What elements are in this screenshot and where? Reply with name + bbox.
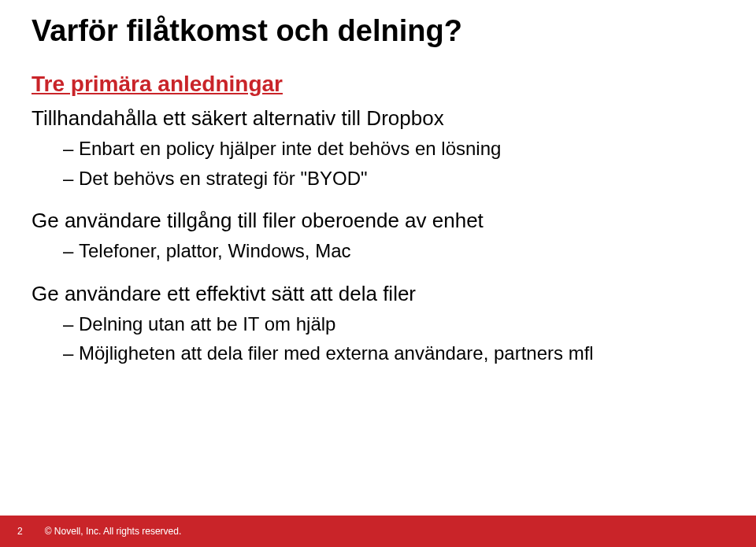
subtitle: Tre primära anledningar <box>32 72 724 97</box>
list-item: Telefoner, plattor, Windows, Mac <box>63 238 724 264</box>
section-2-list: Telefoner, plattor, Windows, Mac <box>32 238 724 264</box>
list-item: Det behövs en strategi för "BYOD" <box>63 165 724 192</box>
section-3-list: Delning utan att be IT om hjälp Möjlighe… <box>32 311 724 367</box>
slide: Varför filåtkomst och delning? Tre primä… <box>0 0 756 547</box>
section-heading-1: Tillhandahålla ett säkert alternativ til… <box>32 106 724 131</box>
list-item: Möjligheten att dela filer med externa a… <box>63 340 724 367</box>
page-title: Varför filåtkomst och delning? <box>32 14 724 48</box>
section-heading-3: Ge användare ett effektivt sätt att dela… <box>32 282 724 306</box>
footer: 2 © Novell, Inc. All rights reserved. <box>0 516 756 547</box>
page-number: 2 <box>17 526 23 537</box>
section-heading-2: Ge användare tillgång till filer oberoen… <box>32 209 724 233</box>
section-1-list: Enbart en policy hjälper inte det behövs… <box>32 135 724 191</box>
list-item: Delning utan att be IT om hjälp <box>63 311 724 338</box>
list-item: Enbart en policy hjälper inte det behövs… <box>63 135 724 162</box>
copyright: © Novell, Inc. All rights reserved. <box>45 526 182 537</box>
